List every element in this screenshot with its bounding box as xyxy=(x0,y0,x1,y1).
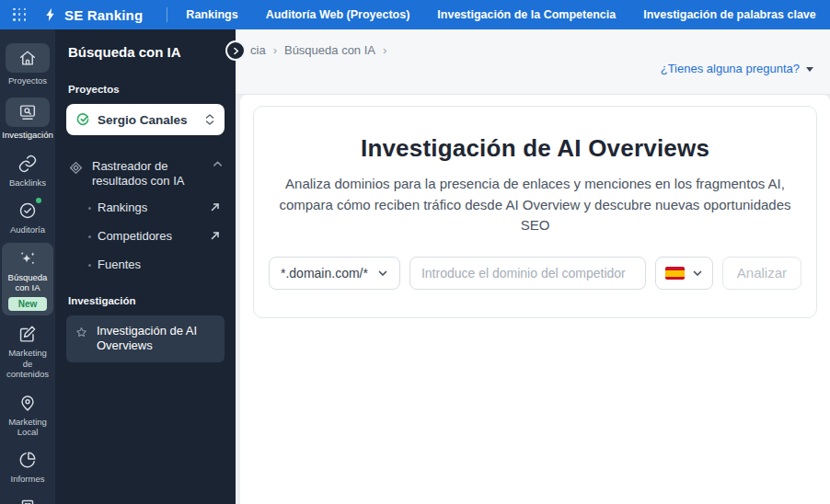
rail-item-investigacion[interactable]: Investigación xyxy=(2,93,53,144)
top-nav-links: Rankings Auditoría Web (Proyectos) Inves… xyxy=(186,8,815,21)
chevron-up-icon xyxy=(213,159,223,169)
select-arrows-icon xyxy=(204,113,215,126)
rail-label: Proyectos xyxy=(8,75,47,86)
top-navbar: SE Ranking Rankings Auditoría Web (Proye… xyxy=(0,0,830,29)
breadcrumb-separator-icon: › xyxy=(383,43,386,57)
rail-label: Marketing Local xyxy=(3,417,52,438)
sidebar-item-label: Rastreador de resultados con IA xyxy=(92,159,204,189)
target-icon xyxy=(68,160,84,176)
rail-item-proyectos[interactable]: Proyectos xyxy=(2,39,53,90)
analyze-form: *.domain.com/* Analizar xyxy=(269,257,801,290)
help-dropdown[interactable]: ¿Tienes alguna pregunta? xyxy=(661,41,813,94)
subitem-label: Competidores xyxy=(98,229,210,243)
rail-label: Investigación xyxy=(2,130,52,140)
bolt-icon xyxy=(43,6,58,23)
sidebar-collapse-button[interactable] xyxy=(225,40,246,61)
building-icon xyxy=(17,497,39,504)
spain-flag-icon xyxy=(665,267,685,280)
page-title: Investigación de AI Overviews xyxy=(269,134,801,163)
main-area: cia › Búsqueda con IA › ¿Tienes alguna p… xyxy=(236,29,830,504)
external-link-icon xyxy=(210,201,221,212)
pattern-value: *.domain.com/* xyxy=(281,266,368,281)
app-window: SE Ranking Rankings Auditoría Web (Proye… xyxy=(0,0,830,504)
rail-label: Búsqueda con IA xyxy=(3,272,52,293)
rail-item-paquete-agencias[interactable]: Paquete para Agencias xyxy=(2,492,53,504)
external-link-icon xyxy=(210,230,221,241)
caret-down-icon xyxy=(806,67,813,72)
nav-rankings[interactable]: Rankings xyxy=(186,8,237,21)
star-icon xyxy=(75,326,88,339)
project-favicon xyxy=(75,112,90,127)
url-pattern-select[interactable]: *.domain.com/* xyxy=(269,257,400,290)
home-icon xyxy=(17,47,39,69)
sidebar-item-ai-overviews[interactable]: Investigación de AI Overviews xyxy=(66,315,225,363)
new-badge: New xyxy=(8,297,48,311)
check-circle-icon xyxy=(17,200,39,222)
help-link-label: ¿Tienes alguna pregunta? xyxy=(661,62,800,75)
breadcrumb-item-truncated[interactable]: cia xyxy=(250,43,266,57)
rail-label: Marketing de contenidos xyxy=(3,348,52,379)
monitor-search-icon xyxy=(17,101,39,123)
pie-chart-icon xyxy=(17,449,39,471)
research-section-label: Investigación xyxy=(68,295,225,306)
rail-item-informes[interactable]: Informes xyxy=(2,444,53,488)
rail-label: Informes xyxy=(11,474,45,484)
rail-label: Backlinks xyxy=(9,178,46,188)
subitem-label: Fuentes xyxy=(98,258,221,271)
breadcrumb-item-current[interactable]: Búsqueda con IA xyxy=(284,43,375,57)
breadcrumb-bar: cia › Búsqueda con IA › ¿Tienes alguna p… xyxy=(236,29,830,95)
rail-item-marketing-contenidos[interactable]: Marketing de contenidos xyxy=(2,318,53,384)
subitem-label: Rankings xyxy=(98,200,210,214)
breadcrumb-separator-icon: › xyxy=(273,43,277,57)
sidebar-title: Búsqueda con IA xyxy=(68,44,225,60)
sidebar-subitem-rankings[interactable]: Rankings xyxy=(66,193,225,222)
icon-rail: Proyectos Investigación Backlinks xyxy=(0,29,55,504)
edit-icon xyxy=(17,323,39,345)
rail-item-backlinks[interactable]: Backlinks xyxy=(2,148,53,192)
rail-item-busqueda-ia[interactable]: Búsqueda con IA New xyxy=(2,243,53,316)
sidebar-subitem-fuentes[interactable]: Fuentes xyxy=(66,250,225,279)
map-pin-icon xyxy=(17,392,39,414)
link-icon xyxy=(17,153,39,175)
sidebar-subitem-competidores[interactable]: Competidores xyxy=(66,222,225,250)
rail-item-marketing-local[interactable]: Marketing Local xyxy=(2,387,53,442)
analyze-button[interactable]: Analizar xyxy=(722,257,801,290)
nav-investigacion-competencia[interactable]: Investigación de la Competencia xyxy=(437,8,616,21)
secondary-sidebar: Búsqueda con IA Proyectos Sergio Canales… xyxy=(55,29,236,504)
competitor-domain-input[interactable] xyxy=(409,257,646,290)
breadcrumb: cia › Búsqueda con IA › xyxy=(250,41,386,94)
sidebar-item-label: Investigación de AI Overviews xyxy=(97,324,216,355)
apps-grid-icon[interactable] xyxy=(13,8,27,22)
sidebar-item-rastreador[interactable]: Rastreador de resultados con IA xyxy=(66,155,225,193)
sparkles-icon xyxy=(17,247,39,269)
page-description: Analiza dominios para la presencia de en… xyxy=(269,174,801,236)
projects-section-label: Proyectos xyxy=(68,84,225,95)
se-ranking-logo[interactable]: SE Ranking xyxy=(43,6,143,23)
project-name: Sergio Canales xyxy=(98,113,197,127)
rail-label: Auditoría xyxy=(10,224,45,235)
project-selector[interactable]: Sergio Canales xyxy=(66,104,225,135)
nav-investigacion-palabras[interactable]: Investigación de palabras clave xyxy=(643,8,816,21)
ai-overviews-card: Investigación de AI Overviews Analiza do… xyxy=(253,106,817,318)
country-select[interactable] xyxy=(655,257,713,290)
nav-auditoria-web[interactable]: Auditoría Web (Proyectos) xyxy=(266,8,410,21)
brand-name: SE Ranking xyxy=(64,7,143,23)
status-dot xyxy=(36,198,41,203)
nav-divider xyxy=(167,7,167,22)
rail-item-auditoria[interactable]: Auditoría xyxy=(2,195,53,239)
content-panel: Investigación de AI Overviews Analiza do… xyxy=(240,95,830,504)
